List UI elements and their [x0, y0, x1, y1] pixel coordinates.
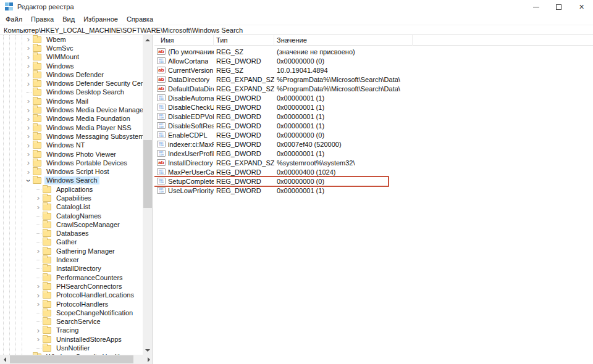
registry-value-row[interactable]: AllowCortana REG_DWORD 0x00000000 (0) — [154, 56, 593, 65]
tree-item-label[interactable]: Windows Defender — [44, 71, 106, 79]
menu-item-избранное[interactable]: Избранное — [79, 14, 122, 25]
tree-item[interactable]: Windows Script Host — [0, 167, 143, 176]
value-name-cell[interactable]: DisableEDPVolu... — [154, 113, 214, 120]
tree-vertical-scrollbar[interactable] — [143, 35, 153, 355]
expand-arrow-icon[interactable] — [24, 132, 33, 141]
registry-value-row-highlighted[interactable]: SetupComplete... REG_DWORD 0x00000000 (0… — [154, 176, 593, 186]
registry-value-row[interactable]: DataDirectory REG_EXPAND_SZ %ProgramData… — [154, 75, 593, 84]
registry-value-row[interactable]: indexer:ci:MaxR... REG_DWORD 0x0007ef40 … — [154, 139, 593, 149]
column-header-value[interactable]: Значение — [274, 35, 413, 46]
tree-item[interactable]: Windows Media Player NSS — [0, 123, 143, 132]
expand-arrow-icon[interactable] — [24, 88, 33, 97]
expand-arrow-icon[interactable] — [24, 159, 33, 167]
registry-value-row[interactable]: DefaultDataDire... REG_EXPAND_SZ %Progra… — [154, 84, 593, 93]
menu-item-файл[interactable]: Файл — [1, 14, 27, 25]
tree-item-label[interactable]: Windows — [44, 62, 76, 70]
expand-arrow-icon[interactable] — [24, 150, 33, 159]
expand-arrow-icon[interactable] — [34, 300, 43, 308]
tree-item-label[interactable]: Capabilities — [54, 194, 93, 202]
expand-arrow-icon[interactable] — [24, 168, 33, 176]
value-name-cell[interactable]: MaxPerUserCata... — [154, 168, 214, 176]
expand-arrow-icon[interactable] — [24, 106, 33, 115]
expand-arrow-icon[interactable] — [24, 123, 33, 132]
registry-value-row[interactable]: IndexUserProfile... REG_DWORD 0x00000001… — [154, 149, 593, 158]
horizontal-scroll-thumb[interactable] — [10, 355, 133, 363]
expand-arrow-icon[interactable] — [24, 97, 33, 105]
expand-arrow-icon[interactable] — [34, 230, 43, 238]
tree-item-label[interactable]: Windows Media Device Manager — [44, 106, 143, 114]
tree-item[interactable]: UninstalledStoreApps — [0, 335, 143, 344]
column-header-type[interactable]: Тип — [214, 35, 274, 46]
scroll-down-button[interactable] — [143, 345, 153, 355]
tree-item-label[interactable]: CrawlScopeManager — [54, 221, 122, 229]
vertical-scroll-thumb[interactable] — [143, 140, 152, 208]
expand-arrow-icon[interactable] — [34, 265, 43, 273]
scroll-up-button[interactable] — [143, 35, 153, 44]
tree-item-label[interactable]: Applications — [54, 186, 95, 194]
value-name-cell[interactable]: DisableCheckUrl... — [154, 104, 214, 111]
tree-item[interactable]: WIMMount — [0, 53, 143, 62]
registry-value-row[interactable]: MaxPerUserCata... REG_DWORD 0x00000400 (… — [154, 167, 593, 176]
tree-item-label[interactable]: Windows Media Foundation — [44, 115, 132, 123]
tree-item-label[interactable]: Indexer — [54, 256, 81, 264]
menu-item-правка[interactable]: Правка — [27, 14, 58, 25]
tree-item-label[interactable]: ScopeChangeNotification — [54, 309, 135, 317]
value-name-cell[interactable]: DefaultDataDire... — [154, 85, 214, 93]
tree-item-label[interactable]: Windows Media Player NSS — [44, 124, 133, 132]
value-name-cell[interactable]: DisableSoftReset — [154, 122, 214, 130]
tree-item[interactable]: Capabilities — [0, 194, 143, 202]
expand-arrow-icon[interactable] — [34, 238, 43, 247]
tree-item[interactable]: CrawlScopeManager — [0, 220, 143, 229]
expand-arrow-icon[interactable] — [24, 115, 33, 123]
tree-item-label[interactable]: UninstalledStoreApps — [54, 336, 124, 344]
tree-item[interactable]: Windows Media Foundation — [0, 115, 143, 123]
expand-arrow-icon[interactable] — [24, 44, 33, 52]
registry-value-row[interactable]: InstallDirectory REG_EXPAND_SZ %systemro… — [154, 158, 593, 167]
tree-item[interactable]: Indexer — [0, 255, 143, 264]
registry-value-row[interactable]: DisableCheckUrl... REG_DWORD 0x00000001 … — [154, 102, 593, 112]
tree-item-label[interactable]: SearchService — [54, 318, 103, 326]
expand-arrow-icon[interactable] — [34, 220, 43, 229]
tree-item-label[interactable]: Windows Defender Security Center — [44, 80, 143, 88]
tree-item[interactable]: ProtocolHandlers — [0, 300, 143, 308]
tree-item[interactable]: Windows Portable Devices — [0, 159, 143, 167]
value-name-cell[interactable]: DisableAutomat... — [154, 94, 214, 102]
registry-value-row[interactable]: EnableCDPL REG_DWORD 0x00000000 (0) — [154, 130, 593, 139]
tree-item-label[interactable]: Tracing — [54, 326, 80, 334]
expand-arrow-icon[interactable] — [34, 344, 43, 353]
tree-item-label[interactable]: Windows Portable Devices — [44, 159, 129, 167]
tree-item-label[interactable]: WcmSvc — [44, 44, 75, 52]
tree-item-label[interactable]: Windows Mail — [44, 97, 90, 105]
value-name-cell[interactable]: AllowCortana — [154, 57, 214, 65]
value-name-cell[interactable]: EnableCDPL — [154, 131, 214, 139]
tree-item[interactable]: Windows NT — [0, 141, 143, 150]
tree-item-label[interactable]: ProtocolHandlers — [54, 300, 110, 308]
expand-arrow-icon[interactable] — [34, 273, 43, 282]
tree-item[interactable]: Windows Photo Viewer — [0, 150, 143, 159]
tree-item[interactable]: CatalogList — [0, 203, 143, 212]
expand-arrow-icon[interactable] — [34, 282, 43, 291]
value-name-cell[interactable]: (По умолчанию) — [154, 48, 214, 56]
tree-item-label[interactable]: Wbem — [44, 36, 68, 44]
tree-item-label[interactable]: Windows Desktop Search — [44, 88, 126, 96]
tree-item[interactable]: Windows Desktop Search — [0, 88, 143, 97]
expand-arrow-icon[interactable] — [34, 326, 43, 335]
value-name-cell[interactable]: SetupComplete... — [154, 178, 214, 185]
tree-item[interactable]: PHSearchConnectors — [0, 282, 143, 291]
tree-item[interactable]: ProtocolHandlerLocations — [0, 291, 143, 300]
tree-item-label[interactable]: PHSearchConnectors — [54, 283, 124, 291]
registry-value-row[interactable]: DisableEDPVolu... REG_DWORD 0x00000001 (… — [154, 112, 593, 121]
tree-item[interactable]: Databases — [0, 230, 143, 238]
column-header-name[interactable]: Имя — [154, 35, 214, 46]
tree-item[interactable]: Applications — [0, 185, 143, 194]
registry-value-row[interactable]: (По умолчанию) REG_SZ (значение не присв… — [154, 47, 593, 56]
value-name-cell[interactable]: DataDirectory — [154, 76, 214, 83]
tree-item-label[interactable]: ProtocolHandlerLocations — [54, 291, 136, 299]
tree-item[interactable]: Gathering Manager — [0, 247, 143, 255]
registry-value-row[interactable]: CurrentVersion REG_SZ 10.0.19041.4894 — [154, 65, 593, 75]
tree-item[interactable]: Windows — [0, 62, 143, 70]
scroll-right-button[interactable] — [144, 355, 153, 364]
expand-arrow-icon[interactable] — [34, 203, 43, 212]
tree-item-label[interactable]: CatalogList — [54, 203, 92, 211]
tree-item[interactable]: InstallDirectory — [0, 265, 143, 273]
